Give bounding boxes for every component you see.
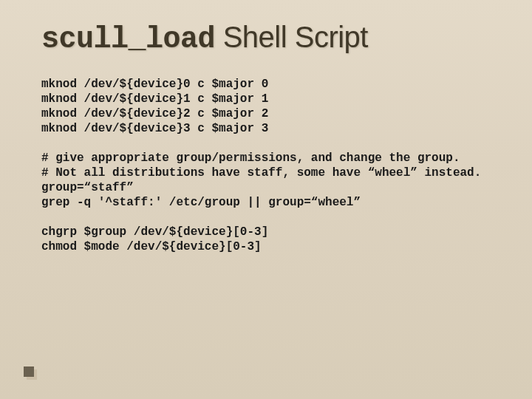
code-block-chgrp: chgrp $group /dev/${device}[0-3] chmod $… [41, 225, 491, 254]
slide-decoration-icon [24, 366, 34, 377]
title-rest: Shell Script [215, 21, 368, 53]
code-block-mknod: mknod /dev/${device}0 c $major 0 mknod /… [41, 77, 491, 136]
code-block-group: # give appropriate group/permissions, an… [41, 151, 491, 210]
title-code-part: scull_load [41, 23, 215, 56]
slide: scull_load Shell Script mknod /dev/${dev… [0, 0, 532, 399]
slide-title: scull_load Shell Script [41, 21, 491, 56]
